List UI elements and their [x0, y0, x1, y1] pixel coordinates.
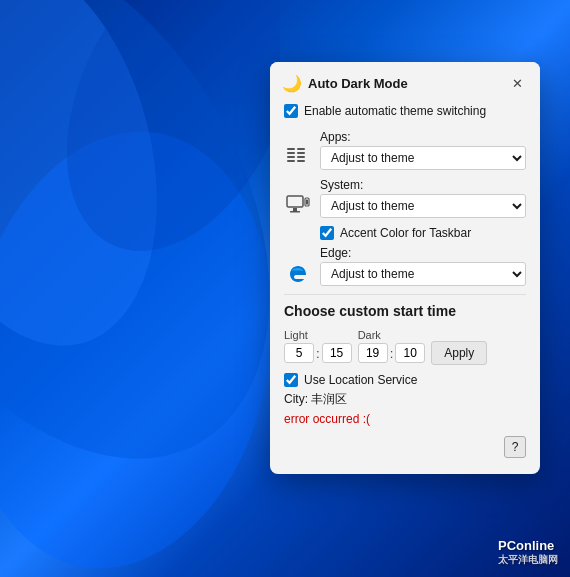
- use-location-checkbox[interactable]: [284, 373, 298, 387]
- watermark: PConline 太平洋电脑网: [498, 538, 558, 567]
- use-location-label: Use Location Service: [304, 373, 417, 387]
- system-label: System:: [320, 178, 526, 192]
- svg-rect-12: [297, 152, 305, 154]
- accent-color-label: Accent Color for Taskbar: [340, 226, 471, 240]
- light-label: Light: [284, 329, 352, 341]
- light-hour-input[interactable]: [284, 343, 314, 363]
- enable-label: Enable automatic theme switching: [304, 104, 486, 118]
- watermark-sub: 太平洋电脑网: [498, 553, 558, 567]
- enable-row: Enable automatic theme switching: [284, 104, 526, 118]
- system-section-body: System: Adjust to theme Force light Forc…: [320, 178, 526, 218]
- svg-rect-9: [287, 152, 295, 154]
- svg-rect-10: [287, 156, 295, 158]
- svg-rect-16: [287, 196, 303, 207]
- svg-rect-18: [290, 211, 300, 213]
- enable-checkbox[interactable]: [284, 104, 298, 118]
- dialog-title: Auto Dark Mode: [308, 76, 408, 91]
- edge-label: Edge:: [320, 246, 526, 260]
- svg-rect-20: [306, 200, 308, 205]
- background-wave: [0, 0, 280, 577]
- svg-rect-17: [293, 208, 297, 211]
- apps-dropdown[interactable]: Adjust to theme Force light Force dark: [320, 146, 526, 170]
- apps-section-body: Apps: Adjust to theme Force light Force …: [320, 130, 526, 170]
- light-time-inputs: :: [284, 343, 352, 363]
- svg-rect-11: [297, 148, 305, 150]
- dark-hour-input[interactable]: [358, 343, 388, 363]
- dialog-content: Enable automatic theme switching Apps:: [270, 100, 540, 474]
- dialog-titlebar: 🌙 Auto Dark Mode ✕: [270, 62, 540, 100]
- svg-rect-14: [287, 160, 295, 162]
- dark-minute-input[interactable]: [395, 343, 425, 363]
- accent-color-checkbox[interactable]: [320, 226, 334, 240]
- city-prefix: City:: [284, 392, 308, 406]
- system-section-row: System: Adjust to theme Force light Forc…: [284, 178, 526, 218]
- dark-label: Dark: [358, 329, 426, 341]
- dark-time-group: Dark :: [358, 329, 426, 363]
- edge-dropdown[interactable]: Adjust to theme Force light Force dark: [320, 262, 526, 286]
- city-row: City: 丰润区: [284, 391, 526, 408]
- help-button[interactable]: ?: [504, 436, 526, 458]
- edge-section-body: Edge: Adjust to theme Force light Force …: [320, 246, 526, 286]
- dialog: 🌙 Auto Dark Mode ✕ Enable automatic them…: [270, 62, 540, 474]
- location-row: Use Location Service: [284, 373, 526, 387]
- system-icon: [284, 194, 312, 216]
- error-row: error occurred :(: [284, 412, 526, 426]
- light-colon: :: [316, 346, 320, 361]
- edge-section-row: Edge: Adjust to theme Force light Force …: [284, 246, 526, 286]
- apps-icon: [284, 146, 312, 168]
- system-dropdown[interactable]: Adjust to theme Force light Force dark: [320, 194, 526, 218]
- apps-section-row: Apps: Adjust to theme Force light Force …: [284, 130, 526, 170]
- accent-color-row: Accent Color for Taskbar: [320, 226, 526, 240]
- close-button[interactable]: ✕: [506, 72, 528, 94]
- svg-rect-8: [287, 148, 295, 150]
- dialog-footer: ?: [284, 432, 526, 460]
- apply-button[interactable]: Apply: [431, 341, 487, 365]
- light-minute-input[interactable]: [322, 343, 352, 363]
- svg-rect-13: [297, 156, 305, 158]
- divider: [284, 294, 526, 295]
- dialog-title-left: 🌙 Auto Dark Mode: [282, 74, 408, 93]
- custom-time-title: Choose custom start time: [284, 303, 526, 319]
- svg-rect-15: [297, 160, 305, 162]
- light-time-group: Light :: [284, 329, 352, 363]
- city-value: 丰润区: [311, 392, 347, 406]
- watermark-site: PConline: [498, 538, 558, 553]
- time-row: Light : Dark : Apply: [284, 327, 526, 365]
- moon-icon: 🌙: [282, 74, 302, 93]
- dark-time-inputs: :: [358, 343, 426, 363]
- dark-colon: :: [390, 346, 394, 361]
- apps-label: Apps:: [320, 130, 526, 144]
- edge-icon: [284, 262, 312, 286]
